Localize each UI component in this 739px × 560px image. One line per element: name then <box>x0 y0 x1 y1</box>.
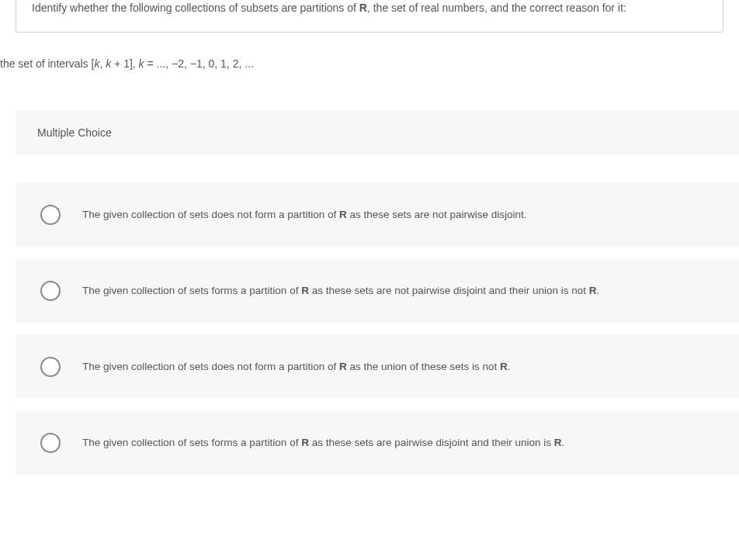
option-2[interactable]: The given collection of sets forms a par… <box>16 259 739 323</box>
opt4-pre: The given collection of sets forms a par… <box>82 437 301 448</box>
radio-circle-icon <box>40 281 61 301</box>
option-1-text: The given collection of sets does not fo… <box>82 207 527 223</box>
multiple-choice-container: Multiple Choice The given collection of … <box>16 111 739 481</box>
question-prefix: Identify whether the following collectio… <box>32 2 359 14</box>
option-wrapper: The given collection of sets does not fo… <box>16 177 739 253</box>
opt2-post: as these sets are not pairwise disjoint … <box>309 285 589 296</box>
subq-italic3: k <box>139 57 144 70</box>
opt3-pre: The given collection of sets does not fo… <box>82 361 339 372</box>
mc-header: Multiple Choice <box>16 111 739 155</box>
opt3-post: as the union of these sets is not <box>347 361 500 372</box>
option-3-text: The given collection of sets does not fo… <box>82 359 511 375</box>
options-area: The given collection of sets does not fo… <box>16 177 739 481</box>
mc-label: Multiple Choice <box>37 126 112 139</box>
opt1-post: as these sets are not pairwise disjoint. <box>347 209 527 220</box>
opt3-post2: . <box>508 361 511 372</box>
option-1[interactable]: The given collection of sets does not fo… <box>16 183 739 247</box>
question-bold1: R <box>359 2 367 14</box>
option-wrapper: The given collection of sets forms a par… <box>16 405 739 481</box>
subq-suffix: = ..., −2, −1, 0, 1, 2, ... <box>144 57 254 70</box>
opt2-bold2: R <box>589 285 597 296</box>
opt3-bold: R <box>339 361 347 372</box>
option-2-text: The given collection of sets forms a par… <box>82 283 599 299</box>
opt4-post: as these sets are pairwise disjoint and … <box>309 437 554 448</box>
opt2-pre: The given collection of sets forms a par… <box>82 285 301 296</box>
subq-mid2: + 1], <box>111 57 138 70</box>
option-4[interactable]: The given collection of sets forms a par… <box>16 411 739 475</box>
opt1-pre: The given collection of sets does not fo… <box>82 209 339 220</box>
question-box: Identify whether the following collectio… <box>16 0 723 33</box>
opt2-bold: R <box>301 285 309 296</box>
question-suffix: , the set of real numbers, and the corre… <box>367 2 626 14</box>
radio-circle-icon <box>40 357 61 377</box>
subq-prefix: the set of intervals [ <box>0 57 94 70</box>
opt4-bold: R <box>301 437 309 448</box>
opt2-post2: . <box>597 285 600 296</box>
question-text: Identify whether the following collectio… <box>32 0 707 16</box>
opt4-bold2: R <box>554 437 562 448</box>
opt1-bold: R <box>339 209 347 220</box>
option-3[interactable]: The given collection of sets does not fo… <box>16 335 739 399</box>
option-4-text: The given collection of sets forms a par… <box>82 435 564 451</box>
radio-circle-icon <box>40 205 61 225</box>
radio-circle-icon <box>40 433 61 453</box>
opt4-post2: . <box>562 437 565 448</box>
option-wrapper: The given collection of sets forms a par… <box>16 253 739 329</box>
option-wrapper: The given collection of sets does not fo… <box>16 329 739 405</box>
subquestion-text: the set of intervals [k, k + 1], k = ...… <box>0 56 739 72</box>
opt3-bold2: R <box>500 361 508 372</box>
